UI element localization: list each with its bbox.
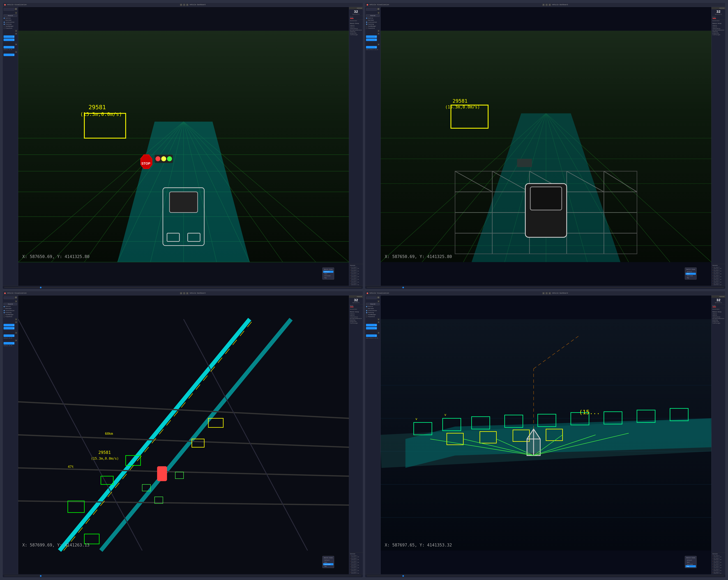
blue-btn1-tr[interactable]: ↺	[366, 35, 377, 38]
view-overhead-tl[interactable]: Overhead	[323, 275, 333, 277]
search-input-br[interactable]	[366, 296, 377, 299]
checkbox-control-tr[interactable]	[366, 18, 367, 19]
checkbox-guardian-bl[interactable]	[4, 308, 5, 309]
checkbox-localization-tl[interactable]	[4, 22, 5, 23]
collapse-btn-tl[interactable]: ▲	[15, 12, 17, 14]
reset-all-btn-tr[interactable]: Reset All	[366, 15, 380, 17]
sidebar-item-taskmanager-tl[interactable]: TaskManager	[4, 25, 17, 27]
collapse-btn2-bl[interactable]: ▲	[15, 318, 17, 320]
checkbox-control-bl[interactable]	[4, 306, 5, 307]
sidebar-item-transform-tr[interactable]: Transform	[366, 27, 380, 29]
console-scroll-tr[interactable]: ⚠You haven't selected a veh ⚠You haven't…	[712, 267, 724, 285]
info-icon-tr[interactable]: ?	[546, 4, 548, 6]
sidebar-item-transform-tl[interactable]: Transform	[4, 27, 17, 29]
view-near-tl[interactable]: Near	[323, 273, 333, 275]
reset-all-btn-br[interactable]: Reset All	[366, 303, 380, 305]
sidebar-item-taskmanager-tr[interactable]: TaskManager	[366, 25, 380, 27]
settings-icon-bl[interactable]: ⚙	[180, 292, 182, 294]
blue-btn1-bl[interactable]: ↺	[4, 324, 15, 326]
view-default-tl[interactable]: Default	[323, 271, 333, 273]
blue-btn2-br[interactable]: ↺	[366, 327, 377, 329]
settings-icon-br[interactable]: ⚙	[542, 292, 545, 294]
sidebar-item-localization-tl[interactable]: Localization	[4, 22, 17, 23]
checkbox-localization-tr[interactable]	[366, 22, 367, 23]
checkbox-planning-tl[interactable]	[4, 24, 5, 25]
checkbox-localization-bl[interactable]	[4, 310, 5, 311]
sidebar-item-transform-bl[interactable]: Transform	[4, 316, 17, 317]
checkbox-transform-br[interactable]	[366, 316, 367, 317]
switch-views-tl[interactable]: Switch Views Default Near Overhead Map	[322, 268, 334, 280]
view-map-bl[interactable]: Map	[323, 565, 333, 567]
blue-btn4-tl[interactable]: ↺	[4, 54, 15, 56]
collapse-btn4-bl[interactable]: ▲	[15, 332, 17, 334]
checkbox-taskmanager-bl[interactable]	[4, 314, 5, 315]
collapse-btn-tr[interactable]: ▲	[378, 12, 380, 14]
expand-icon-tr[interactable]: ⊡	[549, 4, 551, 6]
blue-btn2-tr[interactable]: ↺	[366, 38, 377, 41]
view-map-tr[interactable]: Map	[685, 277, 696, 279]
info-icon-tl[interactable]: ?	[183, 4, 185, 6]
collapse-btn4-tl[interactable]: ▲	[15, 43, 17, 45]
search-input-tr[interactable]	[366, 8, 377, 11]
switch-views-tr[interactable]: Switch Views Default Near Overhead Map	[685, 268, 697, 280]
sidebar-icon-tl[interactable]: ☰	[15, 8, 17, 10]
sidebar-icon-br[interactable]: ☰	[377, 296, 380, 299]
slider-thumb-tr[interactable]	[402, 287, 404, 288]
close-btn-tr[interactable]	[367, 4, 368, 6]
info-icon-br[interactable]: ?	[546, 292, 548, 294]
sidebar-item-localization-br[interactable]: Localization	[366, 310, 380, 311]
checkbox-guardian-br[interactable]	[366, 308, 367, 309]
sidebar-item-planning-tl[interactable]: Planning	[4, 24, 17, 25]
slider-track-br[interactable]	[367, 576, 724, 576]
close-btn-tl[interactable]	[4, 4, 6, 6]
collapse-btn2-br[interactable]: ▲	[378, 318, 380, 320]
collapse-btn3-bl[interactable]: ▼	[15, 321, 17, 323]
checkbox-control-tl[interactable]	[4, 18, 5, 19]
reset-all-btn-bl[interactable]: Reset All	[4, 303, 17, 305]
checkbox-transform-tr[interactable]	[366, 28, 367, 29]
sidebar-item-control-bl[interactable]: Control	[4, 306, 17, 307]
collapse-btn3-tr[interactable]: ▼	[378, 33, 380, 35]
view-near-tr[interactable]: Near	[685, 273, 696, 275]
sidebar-item-control-br[interactable]: Control	[366, 306, 380, 307]
checkbox-transform-bl[interactable]	[4, 316, 5, 317]
collapse-btn4-br[interactable]: ▲	[378, 332, 380, 334]
collapse-btn5-tl[interactable]: ▲	[15, 51, 17, 53]
viz-area-tl[interactable]: 29581 (15.3m,0.0m/s) STOP X: 587650.69, …	[18, 7, 349, 286]
collapse-btn5-bl[interactable]: ▲	[15, 339, 17, 341]
sidebar-item-transform-br[interactable]: Transform	[366, 316, 380, 317]
sidebar-item-guardian-br[interactable]: Guardian	[366, 308, 380, 309]
sidebar-item-control-tl[interactable]: Control	[4, 18, 17, 19]
collapse-btn-bl[interactable]: ▲	[15, 300, 17, 302]
reset-all-btn-tl[interactable]: Reset All	[4, 15, 17, 17]
slider-track-bl[interactable]	[4, 576, 361, 576]
checkbox-planning-br[interactable]	[366, 312, 367, 313]
console-scroll-br[interactable]: ⚠You haven't selected a veh ⚠You haven't…	[712, 555, 724, 574]
blue-btn3-tr[interactable]: ↺	[366, 46, 377, 49]
view-default-bl[interactable]: Default	[323, 559, 333, 561]
blue-btn3-bl[interactable]: ↺	[4, 334, 15, 337]
info-icon-bl[interactable]: ?	[183, 292, 185, 294]
slider-thumb-bl[interactable]	[40, 575, 42, 577]
collapse-btn2-tr[interactable]: ▲	[378, 30, 380, 32]
checkbox-transform-tl[interactable]	[4, 28, 5, 29]
viz-area-bl[interactable]: 29581 (15.3m,0.0m/s) X: 587699.69, Y: 41…	[18, 296, 349, 574]
sidebar-item-guardian-tl[interactable]: Guardian	[4, 20, 17, 21]
sidebar-item-taskmanager-br[interactable]: TaskManager	[366, 314, 380, 315]
close-btn-br[interactable]	[367, 293, 368, 294]
collapse-btn3-tl[interactable]: ▼	[15, 33, 17, 35]
checkbox-taskmanager-tr[interactable]	[366, 26, 367, 27]
switch-views-br[interactable]: Switch Views Default Near Overhead Map	[685, 556, 697, 568]
blue-btn4-bl[interactable]: ↺	[4, 342, 15, 344]
settings-icon-tl[interactable]: ⚙	[180, 4, 182, 6]
settings-icon-tr[interactable]: ⚙	[542, 4, 545, 6]
sidebar-item-guardian-tr[interactable]: Guardian	[366, 20, 380, 21]
blue-btn1-br[interactable]: ↺	[366, 324, 377, 326]
slider-thumb-tl[interactable]	[40, 287, 42, 288]
view-map-tl[interactable]: Map	[323, 277, 333, 279]
collapse-btn-br[interactable]: ▲	[378, 300, 380, 302]
collapse-btn2-tl[interactable]: ▲	[15, 30, 17, 32]
checkbox-taskmanager-br[interactable]	[366, 314, 367, 315]
blue-btn2-tl[interactable]: ↺	[4, 38, 15, 41]
checkbox-localization-br[interactable]	[366, 310, 367, 311]
